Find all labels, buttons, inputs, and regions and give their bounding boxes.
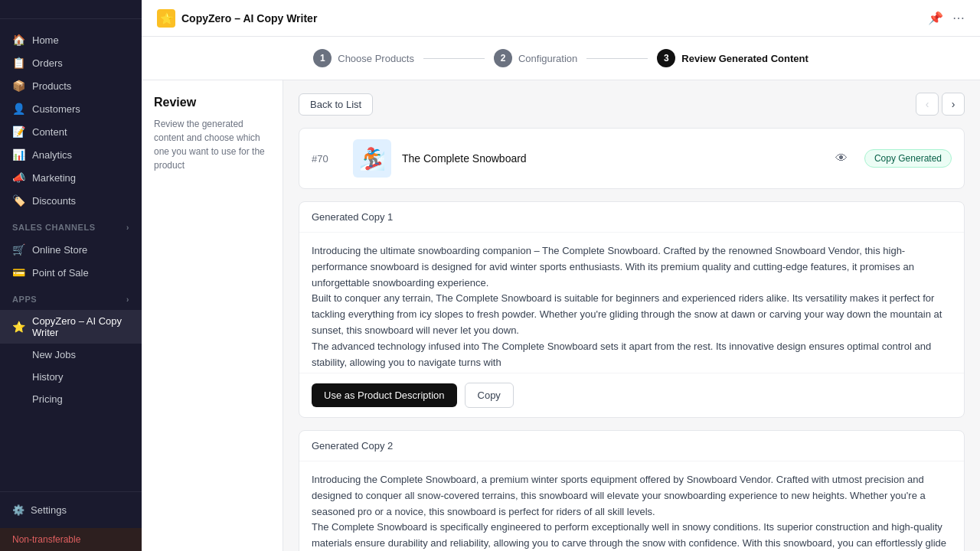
next-arrow-button[interactable]: › [942,93,965,116]
sidebar-item-products[interactable]: 📦 Products [0,74,142,97]
sidebar-settings-label: Settings [31,504,67,516]
more-icon[interactable]: ⋯ [952,11,965,25]
sidebar-bottom: ⚙️ Settings [0,491,142,528]
home-icon: 🏠 [12,34,24,46]
step-connector-2 [586,58,648,59]
copy-button-1[interactable]: Copy [465,383,514,408]
step-number-2: 2 [494,49,512,67]
discounts-icon: 🏷️ [12,194,24,207]
sidebar-item-marketing[interactable]: 📣 Marketing [0,166,142,189]
customers-icon: 👤 [12,103,24,115]
main-area: ⭐ CopyZero – AI Copy Writer 📌 ⋯ 1 Choose… [142,0,980,551]
step-configuration: 2 Configuration [494,49,577,67]
sidebar-item-copyzero[interactable]: ⭐ CopyZero – AI Copy Writer [0,310,142,344]
sidebar: 🏠 Home 📋 Orders 📦 Products 👤 Customers 📝… [0,0,142,551]
sidebar-item-label: CopyZero – AI Copy Writer [32,315,129,338]
step-label-3: Review Generated Content [681,53,808,64]
copy-section-header-2: Generated Copy 2 [299,431,964,461]
settings-icon: ⚙️ [12,504,24,516]
sidebar-item-pricing[interactable]: Pricing [0,388,142,410]
sidebar-top [0,0,142,19]
step-choose-products: 1 Choose Products [313,49,414,67]
sales-channels-section: 🛒 Online Store 💳 Point of Sale [0,235,142,287]
sidebar-item-home[interactable]: 🏠 Home [0,28,142,51]
copy-textarea-1[interactable] [299,233,964,370]
content-area: Review Review the generated content and … [142,80,980,551]
step-label-2: Configuration [518,53,577,64]
right-panel[interactable]: Back to List ‹ › #70 🏂 The Complete Snow… [283,80,980,551]
main-nav-section: 🏠 Home 📋 Orders 📦 Products 👤 Customers 📝… [0,25,142,215]
copy-section-1: Generated Copy 1 Use as Product Descript… [299,201,965,418]
topbar: ⭐ CopyZero – AI Copy Writer 📌 ⋯ [142,0,980,37]
sidebar-item-label: Discounts [32,195,76,207]
product-number: #70 [312,153,342,165]
sidebar-item-label: New Jobs [32,349,76,360]
chevron-right-icon: › [126,295,129,304]
topbar-right: 📌 ⋯ [928,11,965,25]
sidebar-item-label: Marketing [32,172,76,184]
copy-section-2: Generated Copy 2 Use as Product Descript… [299,430,965,551]
sidebar-item-label: Content [32,126,67,138]
apps-section: ⭐ CopyZero – AI Copy Writer New Jobs His… [0,307,142,413]
sidebar-item-label: Home [32,34,59,46]
sidebar-item-label: Orders [32,57,63,69]
content-icon: 📝 [12,126,24,138]
non-transferable-label: Non-transferable [12,534,80,545]
pos-icon: 💳 [12,266,24,279]
sidebar-item-label: Customers [32,103,80,115]
analytics-icon: 📊 [12,148,24,161]
sidebar-item-settings[interactable]: ⚙️ Settings [12,500,129,520]
sidebar-item-orders[interactable]: 📋 Orders [0,51,142,74]
copyzero-icon: ⭐ [12,321,24,333]
sidebar-item-pos[interactable]: 💳 Point of Sale [0,261,142,284]
left-panel-title: Review [154,96,270,109]
sidebar-item-label: Products [32,80,71,92]
product-name: The Complete Snowboard [402,152,825,165]
sales-channels-label: Sales channels › [0,215,142,235]
eye-icon[interactable]: 👁 [835,152,848,165]
app-icon: ⭐ [157,9,175,28]
copy-actions-1: Use as Product Description Copy [299,373,964,417]
product-card: #70 🏂 The Complete Snowboard 👁 Copy Gene… [299,128,965,189]
sidebar-nav: 🏠 Home 📋 Orders 📦 Products 👤 Customers 📝… [0,19,142,491]
stepper: 1 Choose Products 2 Configuration 3 Revi… [142,37,980,80]
copy-generated-badge: Copy Generated [864,149,952,168]
step-connector-1 [423,58,485,59]
pin-icon[interactable]: 📌 [928,11,943,25]
sidebar-item-online-store[interactable]: 🛒 Online Store [0,238,142,261]
back-to-list-button[interactable]: Back to List [299,93,373,116]
step-label-1: Choose Products [338,53,414,64]
products-icon: 📦 [12,80,24,92]
sidebar-item-discounts[interactable]: 🏷️ Discounts [0,189,142,212]
left-panel: Review Review the generated content and … [142,80,283,551]
copy-section-header-1: Generated Copy 1 [299,202,964,233]
sidebar-item-new-jobs[interactable]: New Jobs [0,344,142,366]
step-number-1: 1 [313,49,332,67]
apps-label: Apps › [0,287,142,307]
marketing-icon: 📣 [12,171,24,184]
copy-textarea-2[interactable] [299,461,964,551]
sidebar-item-label: Pricing [32,393,63,405]
nav-arrows: ‹ › [916,93,965,116]
app-title: CopyZero – AI Copy Writer [181,12,317,24]
sidebar-item-label: History [32,371,63,383]
topbar-left: ⭐ CopyZero – AI Copy Writer [157,9,317,28]
prev-arrow-button[interactable]: ‹ [916,93,939,116]
sidebar-item-label: Online Store [32,244,87,256]
sidebar-item-label: Point of Sale [32,267,89,279]
orders-icon: 📋 [12,57,24,69]
sidebar-item-history[interactable]: History [0,366,142,388]
sidebar-item-content[interactable]: 📝 Content [0,120,142,143]
sidebar-item-customers[interactable]: 👤 Customers [0,97,142,120]
step-number-3: 3 [657,49,675,67]
use-as-product-description-button-1[interactable]: Use as Product Description [312,383,457,407]
left-panel-desc: Review the generated content and choose … [154,117,270,172]
sidebar-item-label: Analytics [32,149,72,161]
panel-toprow: Back to List ‹ › [299,93,965,116]
step-review: 3 Review Generated Content [657,49,808,67]
sidebar-item-analytics[interactable]: 📊 Analytics [0,143,142,166]
chevron-right-icon: › [126,223,129,232]
non-transferable-banner: Non-transferable [0,528,142,551]
online-store-icon: 🛒 [12,243,24,256]
product-thumbnail: 🏂 [353,139,391,178]
